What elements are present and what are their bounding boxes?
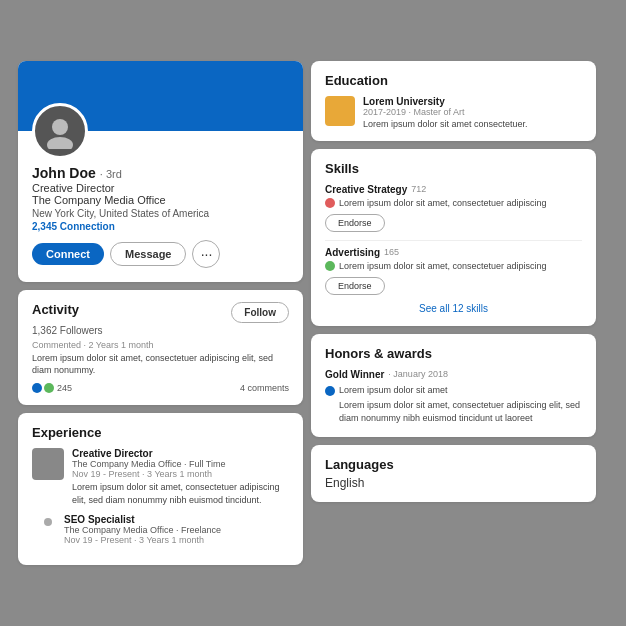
activity-header: Activity Follow — [32, 302, 289, 323]
reaction-dots — [32, 383, 54, 393]
endorse-button-2[interactable]: Endorse — [325, 277, 385, 295]
reactions-row: 245 — [32, 383, 72, 393]
activity-meta: Commented · 2 Years 1 month — [32, 340, 289, 350]
exp-company-2: The Company Media Office · Freelance — [64, 525, 221, 535]
skill-count-2: 165 — [384, 247, 399, 257]
exp-title-2: SEO Specialist — [64, 514, 221, 525]
profile-info: John Doe · 3rd Creative Director The Com… — [18, 103, 303, 282]
skill-dot-red — [325, 198, 335, 208]
exp-details-1: Creative Director The Company Media Offi… — [72, 448, 289, 506]
languages-title: Languages — [325, 457, 582, 472]
profile-name: John Doe — [32, 165, 96, 181]
avatar-wrap — [32, 103, 289, 159]
honor-name: Gold Winner — [325, 369, 384, 380]
skill-header-2: Advertising 165 — [325, 247, 582, 258]
edu-icon — [325, 96, 355, 126]
language-name: English — [325, 476, 582, 490]
exp-item-1: Creative Director The Company Media Offi… — [32, 448, 289, 506]
svg-point-0 — [52, 119, 68, 135]
profile-title: Creative Director — [32, 182, 289, 194]
activity-title: Activity — [32, 302, 79, 317]
exp-title-1: Creative Director — [72, 448, 289, 459]
skill-name-2: Advertising — [325, 247, 380, 258]
comments-count: 4 comments — [240, 383, 289, 393]
skill-count-1: 712 — [411, 184, 426, 194]
connect-button[interactable]: Connect — [32, 243, 104, 265]
experience-card: Experience Creative Director The Company… — [18, 413, 303, 565]
activity-text: Lorem ipsum dolor sit amet, consectetuer… — [32, 352, 289, 377]
exp-date-2: Nov 19 - Present · 3 Years 1 month — [64, 535, 221, 545]
education-title: Education — [325, 73, 582, 88]
skills-title: Skills — [325, 161, 582, 176]
edu-dates: 2017-2019 · Master of Art — [363, 107, 528, 117]
skill-desc-text-2: Lorem ipsum dolor sit amet, consectetuer… — [339, 261, 547, 271]
reaction-dot-green — [44, 383, 54, 393]
honor-desc-wrap: Lorem ipsum dolor sit amet Lorem ipsum d… — [339, 384, 582, 425]
profile-company: The Company Media Office — [32, 194, 289, 206]
honor-dot-blue — [325, 386, 335, 396]
skill-dot-green — [325, 261, 335, 271]
experience-title: Experience — [32, 425, 289, 440]
honor-title-row: Gold Winner · January 2018 — [325, 369, 582, 380]
skill-item-2: Advertising 165 Lorem ipsum dolor sit am… — [325, 247, 582, 295]
profile-location: New York City, United States of America — [32, 208, 289, 219]
honor-date: · January 2018 — [388, 369, 448, 379]
education-card: Education Lorem University 2017-2019 · M… — [311, 61, 596, 141]
edu-school: Lorem University — [363, 96, 528, 107]
skill-item-1: Creative Strategy 712 Lorem ipsum dolor … — [325, 184, 582, 232]
right-panel: Education Lorem University 2017-2019 · M… — [311, 61, 596, 565]
svg-point-1 — [47, 137, 73, 149]
more-button[interactable]: ··· — [192, 240, 220, 268]
honors-card: Honors & awards Gold Winner · January 20… — [311, 334, 596, 437]
exp-details-2: SEO Specialist The Company Media Office … — [64, 514, 221, 545]
activity-footer: 245 4 comments — [32, 383, 289, 393]
exp-item-2: SEO Specialist The Company Media Office … — [32, 514, 289, 545]
skill-name-1: Creative Strategy — [325, 184, 407, 195]
skill-desc-1: Lorem ipsum dolor sit amet, consectetuer… — [325, 198, 582, 208]
avatar — [32, 103, 88, 159]
profile-degree: · 3rd — [100, 168, 122, 180]
profile-connections: 2,345 Connection — [32, 221, 289, 232]
reaction-dot-blue — [32, 383, 42, 393]
exp-date-1: Nov 19 - Present · 3 Years 1 month — [72, 469, 289, 479]
exp-company-1: The Company Media Office · Full Time — [72, 459, 289, 469]
profile-actions: Connect Message ··· — [32, 240, 289, 268]
edu-details: Lorem University 2017-2019 · Master of A… — [363, 96, 528, 129]
see-all-skills[interactable]: See all 12 skills — [325, 303, 582, 314]
left-panel: John Doe · 3rd Creative Director The Com… — [18, 61, 303, 565]
followers-count: 1,362 Followers — [32, 325, 289, 336]
skill-desc-2: Lorem ipsum dolor sit amet, consectetuer… — [325, 261, 582, 271]
skills-card: Skills Creative Strategy 712 Lorem ipsum… — [311, 149, 596, 326]
skill-header-1: Creative Strategy 712 — [325, 184, 582, 195]
honor-desc-1: Lorem ipsum dolor sit amet — [339, 384, 582, 397]
honors-title: Honors & awards — [325, 346, 582, 361]
endorse-button-1[interactable]: Endorse — [325, 214, 385, 232]
activity-card: Activity Follow 1,362 Followers Commente… — [18, 290, 303, 405]
honor-desc-2: Lorem ipsum dolor sit amet, consectetuer… — [339, 399, 582, 424]
follow-button[interactable]: Follow — [231, 302, 289, 323]
exp-desc-1: Lorem ipsum dolor sit amet, consectetuer… — [72, 481, 289, 506]
languages-card: Languages English — [311, 445, 596, 502]
message-button[interactable]: Message — [110, 242, 186, 266]
honor-content: Lorem ipsum dolor sit amet Lorem ipsum d… — [325, 384, 582, 425]
skills-divider — [325, 240, 582, 241]
exp-icon-1 — [32, 448, 64, 480]
edu-desc: Lorem ipsum dolor sit amet consectetuer. — [363, 119, 528, 129]
profile-card: John Doe · 3rd Creative Director The Com… — [18, 61, 303, 282]
reaction-count: 245 — [57, 383, 72, 393]
edu-item: Lorem University 2017-2019 · Master of A… — [325, 96, 582, 129]
skill-desc-text-1: Lorem ipsum dolor sit amet, consectetuer… — [339, 198, 547, 208]
exp-dot-2 — [44, 518, 52, 526]
